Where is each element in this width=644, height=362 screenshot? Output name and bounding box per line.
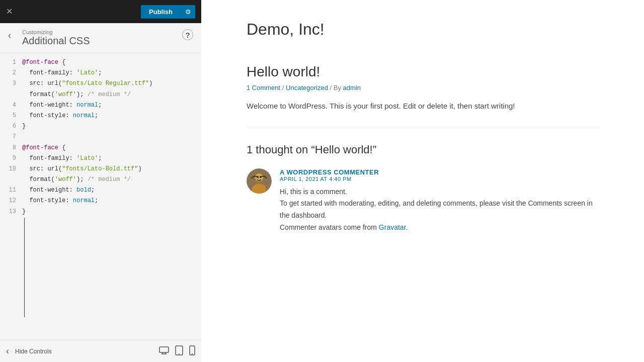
hide-controls-label: Hide Controls <box>15 348 153 355</box>
desktop-icon <box>159 346 169 354</box>
code-line-10b: format('woff'); /* medium */ <box>0 174 201 185</box>
svg-point-7 <box>192 353 193 354</box>
customizing-label: Customizing <box>22 29 193 35</box>
avatar-image <box>247 168 272 194</box>
bottom-bar: ‹ Hide Controls <box>0 340 201 362</box>
site-title: Demo, Inc! <box>247 10 599 49</box>
code-line-3: 3 src: url("fonts/Lato Regular.ttf") <box>0 78 201 89</box>
comment-body: A WORDPRESS COMMENTER APRIL 1, 2021 AT 4… <box>280 168 599 234</box>
publish-settings-button[interactable]: ⚙ <box>181 5 195 19</box>
author-link[interactable]: admin <box>343 84 361 92</box>
post-title: Hello world! <box>247 64 599 80</box>
gravatar-link[interactable]: Gravatar <box>379 223 406 231</box>
comment-author: A WORDPRESS COMMENTER <box>280 168 599 176</box>
svg-point-11 <box>257 176 259 178</box>
mobile-icon <box>189 345 195 355</box>
comment-line-2: To get started with moderating, editing,… <box>280 199 593 219</box>
code-line-9: 9 font-family: 'Lato'; <box>0 153 201 164</box>
publish-button[interactable]: Publish <box>141 5 181 19</box>
publish-group: Publish ⚙ <box>141 5 195 19</box>
code-line-10: 10 src: url("fonts/Lato-Bold.ttf") <box>0 164 201 174</box>
comment-item: A WORDPRESS COMMENTER APRIL 1, 2021 AT 4… <box>247 168 599 234</box>
comment-line-1: Hi, this is a comment. <box>280 188 347 196</box>
customizing-title: Additional CSS <box>22 35 193 47</box>
css-editor[interactable]: 1 @font-face { 2 font-family: 'Lato'; 3 … <box>0 53 201 340</box>
code-cursor-area <box>0 217 201 318</box>
back-button[interactable]: ‹ <box>8 30 11 41</box>
close-button[interactable]: ✕ <box>6 8 13 16</box>
code-line-13: 13 } <box>0 207 201 217</box>
code-line-5: 5 font-style: normal; <box>0 111 201 121</box>
code-line-11: 11 font-weight: bold; <box>0 185 201 196</box>
code-line-6: 6 } <box>0 121 201 132</box>
mobile-view-button[interactable] <box>189 345 195 357</box>
code-line-12: 12 font-style: normal; <box>0 196 201 206</box>
left-panel: ✕ Publish ⚙ ‹ ? Customizing Additional C… <box>0 0 201 362</box>
code-line-3b: format('woff'); /* medium */ <box>0 89 201 100</box>
comments-section: 1 thought on “Hello world!” A <box>247 128 599 259</box>
code-line-2: 2 font-family: 'Lato'; <box>0 68 201 78</box>
comment-line-3: Commenter avatars come from <box>280 223 377 231</box>
comment-text: Hi, this is a comment. To get started wi… <box>280 186 599 234</box>
category-link[interactable]: Uncategorized <box>286 84 328 92</box>
tablet-view-button[interactable] <box>175 345 183 357</box>
tablet-icon <box>175 345 183 355</box>
top-bar: ✕ Publish ⚙ <box>0 0 201 23</box>
svg-rect-0 <box>159 347 169 352</box>
avatar <box>247 168 272 194</box>
comment-date: APRIL 1, 2021 AT 4:40 PM <box>280 176 599 182</box>
code-line-7: 7 <box>0 132 201 142</box>
desktop-view-button[interactable] <box>159 346 169 356</box>
comments-title: 1 thought on “Hello world!” <box>247 143 599 156</box>
preview-panel: Demo, Inc! Hello world! 1 Comment / Unca… <box>201 0 644 362</box>
comment-link[interactable]: 1 Comment <box>247 84 280 92</box>
svg-point-5 <box>179 353 180 354</box>
post-content: Welcome to WordPress. This is your first… <box>247 100 599 113</box>
help-button[interactable]: ? <box>182 29 193 40</box>
post-meta: 1 Comment / Uncategorized / By admin <box>247 84 599 92</box>
hide-controls-back-button[interactable]: ‹ <box>6 346 9 356</box>
svg-point-12 <box>260 176 262 178</box>
post-area: Hello world! 1 Comment / Uncategorized /… <box>247 49 599 128</box>
customizing-header: ‹ ? Customizing Additional CSS <box>0 23 201 53</box>
code-line-8: 8 @font-face { <box>0 143 201 153</box>
code-line-4: 4 font-weight: normal; <box>0 100 201 111</box>
code-line-1: 1 @font-face { <box>0 57 201 68</box>
